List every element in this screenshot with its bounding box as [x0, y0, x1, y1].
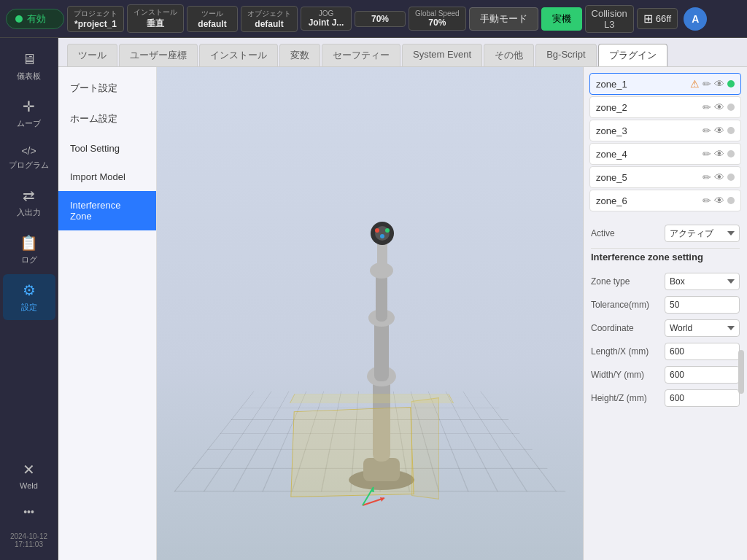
status-label: 有効	[27, 12, 46, 26]
project-value: *project_1	[74, 19, 117, 29]
tab-user-coord[interactable]: ユーザー座標	[119, 44, 198, 66]
menu-interference-zone[interactable]: Interference Zone	[58, 191, 156, 230]
tab-plugin[interactable]: プラグイン	[598, 44, 667, 66]
sidebar-log-label: ログ	[21, 254, 37, 265]
sidebar-item-program[interactable]: </> プログラム	[3, 138, 55, 178]
tolerance-label: Tolerance(mm)	[591, 300, 660, 310]
tab-bg-script[interactable]: Bg-Script	[535, 44, 596, 66]
zone-6-eye-icon[interactable]: 👁	[714, 195, 724, 206]
coordinate-label: Coordinate	[591, 323, 660, 333]
coordinate-row: Coordinate World	[591, 319, 740, 337]
zone-6-name: zone_6	[596, 195, 698, 206]
status-dot	[15, 15, 23, 23]
confirm-group[interactable]: ⊞ 66ff	[637, 8, 678, 29]
zone-2-eye-icon[interactable]: 👁	[714, 101, 724, 113]
sidebar-item-dashboard[interactable]: 🖥 儀表板	[3, 44, 55, 89]
width-input[interactable]	[665, 366, 740, 384]
tolerance-control	[665, 296, 740, 314]
main-layout: 🖥 儀表板 ✛ ムーブ </> プログラム ⇄ 入出力 📋 ログ ⚙ 設定 ✕ …	[0, 38, 747, 560]
zone-item-1[interactable]: zone_1 ⚠ ✏ 👁	[589, 73, 741, 95]
scrollbar-thumb[interactable]	[738, 350, 744, 394]
tab-variables[interactable]: 変数	[279, 44, 320, 66]
project-group[interactable]: プロジェクト *project_1	[67, 6, 124, 32]
zone-5-actions: ✏ 👁	[703, 171, 735, 183]
zone-3-edit-icon[interactable]: ✏	[703, 125, 711, 136]
zone-1-name: zone_1	[596, 79, 686, 90]
tool-group[interactable]: ツール default	[187, 6, 238, 32]
tool-value: default	[198, 19, 226, 29]
jog-percent-value: 70%	[371, 14, 389, 24]
zone-4-eye-icon[interactable]: 👁	[714, 148, 724, 160]
dashboard-icon: 🖥	[22, 51, 36, 68]
length-row: Length/X (mm)	[591, 343, 740, 360]
sidebar-move-label: ムーブ	[17, 118, 41, 129]
global-speed-group[interactable]: Global Speed 70%	[409, 7, 466, 31]
settings-panel: Active アクティブ Interference zone setting Z…	[584, 217, 747, 548]
tab-safety[interactable]: セーフティー	[322, 44, 400, 66]
datetime-display: 2024-10-12 17:11:03	[7, 526, 50, 554]
avatar[interactable]: A	[684, 7, 707, 31]
scroll-indicator	[584, 548, 747, 560]
zone-item-2[interactable]: zone_2 ✏ 👁	[589, 96, 741, 118]
zone-5-edit-icon[interactable]: ✏	[703, 171, 711, 183]
tabbar: ツール ユーザー座標 インストール 変数 セーフティー System Event…	[58, 38, 747, 67]
zone-type-select[interactable]: Box	[665, 273, 740, 290]
zone-5-eye-icon[interactable]: 👁	[714, 171, 724, 183]
menu-tool-setting[interactable]: Tool Setting	[58, 134, 156, 163]
menu-home[interactable]: ホーム設定	[58, 104, 156, 134]
tab-tool[interactable]: ツール	[67, 44, 117, 66]
zone-1-eye-icon[interactable]: 👁	[714, 78, 724, 90]
sidebar-dashboard-label: 儀表板	[17, 71, 41, 82]
jog-percent-group[interactable]: 70%	[355, 11, 406, 27]
menu-import-model[interactable]: Import Model	[58, 163, 156, 191]
zone-item-6[interactable]: zone_6 ✏ 👁	[589, 190, 741, 211]
zone-5-status-dot	[727, 174, 735, 181]
svg-point-29	[380, 234, 384, 238]
jog-group[interactable]: JOG Joint J...	[301, 7, 352, 31]
tab-system-event[interactable]: System Event	[402, 44, 482, 66]
sidebar-item-move[interactable]: ✛ ムーブ	[3, 90, 55, 136]
collision-label: Collision	[592, 8, 627, 19]
manual-mode-button[interactable]: 手動モード	[469, 7, 538, 31]
width-control	[665, 366, 740, 384]
svg-point-28	[385, 228, 390, 233]
svg-marker-33	[370, 487, 374, 492]
zone-1-edit-icon[interactable]: ✏	[703, 78, 711, 90]
zone-3-eye-icon[interactable]: 👁	[714, 125, 724, 136]
zone-type-label: Zone type	[591, 276, 660, 287]
zone-3-status-dot	[727, 127, 735, 134]
sidebar-settings-label: 設定	[21, 302, 37, 313]
status-indicator[interactable]: 有効	[6, 9, 64, 29]
zone-2-edit-icon[interactable]: ✏	[703, 101, 711, 113]
weld-icon: ✕	[23, 461, 35, 478]
zone-4-edit-icon[interactable]: ✏	[703, 148, 711, 160]
real-button[interactable]: 実機	[541, 7, 582, 31]
coordinate-control: World	[665, 319, 740, 337]
coordinate-select[interactable]: World	[665, 319, 740, 337]
object-group[interactable]: オブジェクト default	[241, 6, 298, 32]
zone-4-actions: ✏ 👁	[703, 148, 735, 160]
sidebar-item-log[interactable]: 📋 ログ	[3, 227, 55, 273]
sidebar-item-more[interactable]: •••	[3, 499, 55, 525]
active-select[interactable]: アクティブ	[665, 225, 740, 242]
zone-item-4[interactable]: zone_4 ✏ 👁	[589, 143, 741, 165]
topbar: 有効 プロジェクト *project_1 インストール 垂直 ツール defau…	[0, 0, 747, 38]
confirm-value: 66ff	[656, 13, 671, 24]
tolerance-input[interactable]	[665, 296, 740, 314]
sidebar-item-settings[interactable]: ⚙ 設定	[3, 274, 55, 320]
zone-item-5[interactable]: zone_5 ✏ 👁	[589, 166, 741, 188]
install-group[interactable]: インストール 垂直	[127, 4, 184, 33]
sidebar-item-io[interactable]: ⇄ 入出力	[3, 179, 55, 225]
zone-item-3[interactable]: zone_3 ✏ 👁	[589, 120, 741, 141]
tab-install[interactable]: インストール	[199, 44, 278, 66]
right-panel: zone_1 ⚠ ✏ 👁 zone_2 ✏ 👁	[583, 67, 747, 560]
zone-6-edit-icon[interactable]: ✏	[703, 195, 711, 206]
sidebar-io-label: 入出力	[17, 207, 41, 218]
menu-boot[interactable]: ブート設定	[58, 73, 156, 104]
global-speed-label: Global Speed	[415, 9, 460, 18]
tab-other[interactable]: その他	[484, 44, 534, 66]
sidebar-item-weld[interactable]: ✕ Weld	[3, 454, 55, 497]
project-label: プロジェクト	[74, 9, 117, 19]
height-input[interactable]	[665, 389, 740, 407]
length-input[interactable]	[665, 343, 740, 360]
